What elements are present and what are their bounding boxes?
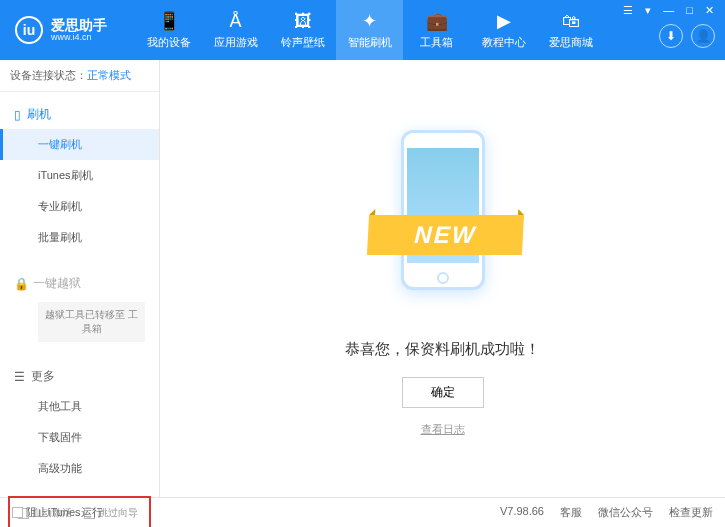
maximize-button[interactable]: □ — [683, 4, 696, 17]
minimize-button[interactable]: — — [660, 4, 677, 17]
view-log-link[interactable]: 查看日志 — [421, 422, 465, 437]
checkbox-icon — [12, 507, 23, 518]
header-actions: ⬇ 👤 — [659, 24, 715, 48]
wallpaper-icon: 🖼 — [294, 11, 312, 32]
sidebar-item-other-tools[interactable]: 其他工具 — [0, 391, 159, 422]
tab-tutorials[interactable]: ▶教程中心 — [470, 0, 537, 60]
logo-icon: iu — [15, 16, 43, 44]
status-mode: 正常模式 — [87, 69, 131, 81]
tab-flash[interactable]: ✦智能刷机 — [336, 0, 403, 60]
footer-link-support[interactable]: 客服 — [560, 505, 582, 520]
download-button[interactable]: ⬇ — [659, 24, 683, 48]
menu-button[interactable]: ☰ — [620, 4, 636, 17]
close-button[interactable]: ✕ — [702, 4, 717, 17]
footer-link-update[interactable]: 检查更新 — [669, 505, 713, 520]
toolbox-icon: 💼 — [426, 10, 448, 32]
sidebar: 设备连接状态：正常模式 ▯刷机 一键刷机 iTunes刷机 专业刷机 批量刷机 … — [0, 60, 160, 497]
logo: iu 爱思助手 www.i4.cn — [0, 16, 135, 44]
sidebar-item-itunes-flash[interactable]: iTunes刷机 — [0, 160, 159, 191]
ok-button[interactable]: 确定 — [402, 377, 484, 408]
lock-icon: 🔒 — [14, 277, 29, 291]
phone-icon: ▯ — [14, 108, 21, 122]
window-controls: ☰ ▾ — □ ✕ — [620, 4, 717, 17]
user-button[interactable]: 👤 — [691, 24, 715, 48]
section-flash[interactable]: ▯刷机 — [0, 100, 159, 129]
tab-my-device[interactable]: 📱我的设备 — [135, 0, 202, 60]
sidebar-item-oneclick-flash[interactable]: 一键刷机 — [0, 129, 159, 160]
app-title: 爱思助手 — [51, 18, 107, 32]
main-content: NEW 恭喜您，保资料刷机成功啦！ 确定 查看日志 — [160, 60, 725, 497]
tray-button[interactable]: ▾ — [642, 4, 654, 17]
success-message: 恭喜您，保资料刷机成功啦！ — [345, 340, 540, 359]
tab-apps[interactable]: Å应用游戏 — [202, 0, 269, 60]
shop-icon: 🛍 — [562, 11, 580, 32]
device-icon: 📱 — [158, 10, 180, 32]
success-illustration: NEW — [373, 120, 513, 320]
sidebar-item-pro-flash[interactable]: 专业刷机 — [0, 191, 159, 222]
new-badge: NEW — [366, 215, 523, 255]
footer-link-wechat[interactable]: 微信公众号 — [598, 505, 653, 520]
jailbreak-note: 越狱工具已转移至 工具箱 — [38, 302, 145, 342]
checkbox-block-itunes[interactable]: 阻止iTunes运行 — [12, 505, 103, 520]
tutorial-icon: ▶ — [497, 10, 511, 32]
flash-icon: ✦ — [362, 10, 377, 32]
section-more[interactable]: ☰更多 — [0, 362, 159, 391]
sidebar-item-batch-flash[interactable]: 批量刷机 — [0, 222, 159, 253]
app-header: iu 爱思助手 www.i4.cn 📱我的设备 Å应用游戏 🖼铃声壁纸 ✦智能刷… — [0, 0, 725, 60]
version-label: V7.98.66 — [500, 505, 544, 520]
sidebar-item-advanced[interactable]: 高级功能 — [0, 453, 159, 484]
connection-status: 设备连接状态：正常模式 — [0, 60, 159, 92]
tab-toolbox[interactable]: 💼工具箱 — [403, 0, 470, 60]
section-jailbreak: 🔒一键越狱 — [0, 269, 159, 298]
nav-tabs: 📱我的设备 Å应用游戏 🖼铃声壁纸 ✦智能刷机 💼工具箱 ▶教程中心 🛍爱思商城 — [135, 0, 604, 60]
tab-shop[interactable]: 🛍爱思商城 — [537, 0, 604, 60]
apps-icon: Å — [229, 11, 241, 32]
tab-ringtones[interactable]: 🖼铃声壁纸 — [269, 0, 336, 60]
sidebar-item-download-firmware[interactable]: 下载固件 — [0, 422, 159, 453]
app-url: www.i4.cn — [51, 32, 107, 42]
menu-icon: ☰ — [14, 370, 25, 384]
